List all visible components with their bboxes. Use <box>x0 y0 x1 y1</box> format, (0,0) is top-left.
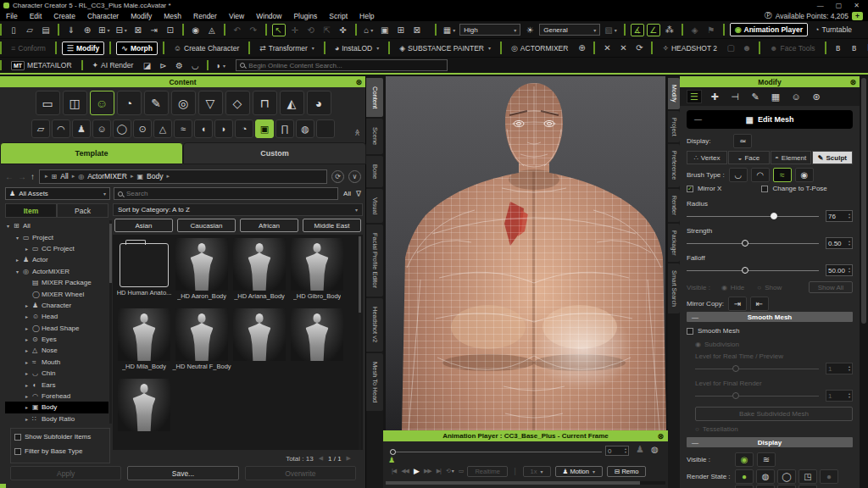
breadcrumb-body[interactable]: Body <box>147 172 163 180</box>
panel-tab-headshot-v2[interactable]: Headshot v2 <box>366 298 383 351</box>
render-state-on-icon[interactable]: ● <box>735 469 754 484</box>
tree-collapsed-icon[interactable]: ▸ <box>25 416 32 422</box>
ai-video-icon[interactable]: ⊳ <box>156 59 170 72</box>
export-icon[interactable]: ⇥ <box>147 24 161 36</box>
nav-forward-icon[interactable]: → <box>18 172 26 181</box>
tree-expanded-icon[interactable]: ▾ <box>16 235 23 241</box>
thumbnail-hd-gibro-body[interactable]: _HD Gibro_Body <box>290 238 344 300</box>
face-mode-button[interactable]: ◒Face <box>728 151 769 164</box>
sort-select[interactable]: Sort by Category: A to Z ▾ <box>113 203 363 216</box>
value-spinner[interactable]: ▴▾ <box>849 267 850 274</box>
brush-push-icon[interactable]: ◠ <box>751 168 770 182</box>
tree-collapsed-icon[interactable]: ▸ <box>25 347 32 353</box>
render-shaded-icon[interactable]: ◍ <box>756 469 775 484</box>
frame-spinner[interactable]: ▴▾ <box>625 447 626 454</box>
panel-tab-preference[interactable]: Preference <box>668 144 680 186</box>
filter-funnel-icon[interactable]: ∇ <box>356 190 361 198</box>
ai-image-icon[interactable]: ◪ <box>140 59 153 72</box>
value-spinner[interactable]: ▴▾ <box>849 392 850 399</box>
breadcrumb-all[interactable]: All <box>60 172 68 180</box>
tpose-checkbox[interactable] <box>761 186 768 192</box>
hide-radio[interactable]: ◉Hide <box>721 284 744 291</box>
collapse-categories-icon[interactable]: ≪ <box>353 129 360 136</box>
tessellation-radio[interactable]: ○Tessellation <box>695 425 738 433</box>
lighting-icon[interactable]: ☀ <box>523 24 537 36</box>
sub-blank-tile[interactable] <box>316 119 335 138</box>
content-close-icon[interactable]: ⊗ <box>355 78 362 86</box>
cat-furniture-icon[interactable]: ⊓ <box>253 91 277 115</box>
falloff-slider[interactable]: Falloff 50.00▴▾ <box>687 254 853 280</box>
sub-nose-icon[interactable]: △ <box>153 119 172 138</box>
tab-item[interactable]: Item <box>5 203 57 218</box>
cat-makeup-icon[interactable]: ✎ <box>144 91 169 115</box>
tree-item-eyes[interactable]: ▸⊙Eyes <box>5 334 108 345</box>
tree-collapsed-icon[interactable]: ▸ <box>25 302 32 308</box>
ai-render-button[interactable]: ✦AI Render <box>88 58 138 72</box>
content-store-icon[interactable]: ◉ <box>189 24 203 36</box>
save-icon[interactable]: ▤ <box>39 24 53 36</box>
motion-sphere-icon[interactable]: ◍ <box>651 445 659 454</box>
cat-cloth-icon[interactable]: ▽ <box>198 91 223 115</box>
edit-motion-icon[interactable]: ✕ <box>616 42 630 54</box>
thumbnail-hd-neutral-f-body[interactable]: _HD Neutral F_Body <box>175 308 229 370</box>
cat-actor-icon[interactable]: ◫ <box>63 91 87 115</box>
maximize-button[interactable]: ▢ <box>836 2 843 9</box>
thumbnail-hidden-7[interactable] <box>290 308 344 370</box>
refresh-icon[interactable]: ⟳ <box>331 170 344 183</box>
frame-selected-icon[interactable]: ⊞ <box>394 24 408 36</box>
angle-free-icon[interactable]: ∠ <box>647 24 660 36</box>
assets-filter-select[interactable]: ♟ All Assets ▾ <box>5 187 110 200</box>
value-spinner[interactable]: ▴▾ <box>849 365 850 372</box>
strength-slider[interactable]: Strength 0.50▴▾ <box>687 227 853 252</box>
render-wireframe-icon[interactable]: ◯ <box>777 469 796 484</box>
tree-item-chin[interactable]: ▸◡Chin <box>5 368 108 379</box>
menu-create[interactable]: Create <box>47 12 81 20</box>
menu-render[interactable]: Render <box>187 12 223 20</box>
tree-collapsed-icon[interactable]: ▸ <box>25 246 32 252</box>
radius-slider[interactable]: Radius 76▴▾ <box>687 200 853 225</box>
close-button[interactable]: ✕ <box>854 2 860 9</box>
search-scope-all[interactable]: All <box>342 190 353 197</box>
tab-custom[interactable]: Custom <box>183 142 366 164</box>
vertex-mode-button[interactable]: ∴Vertex <box>687 151 727 164</box>
content-search[interactable] <box>114 187 338 200</box>
sculpt-mode-button[interactable]: ✎Sculpt <box>812 151 853 164</box>
transformer-button[interactable]: ⇄Transformer▾ <box>255 42 319 55</box>
quality-select[interactable]: High▾ <box>459 24 520 36</box>
crowd-icon[interactable]: ⁂ <box>663 24 676 36</box>
tree-item-head-shape[interactable]: ▸◯Head Shape <box>5 323 108 334</box>
render-off-icon[interactable]: ● <box>820 469 838 484</box>
menu-mesh[interactable]: Mesh <box>158 12 187 20</box>
tree-item-body-ratio[interactable]: ▸∷Body Ratio <box>5 413 108 424</box>
tree-item-mouth[interactable]: ▸≈Mouth <box>5 357 108 368</box>
slider-knob[interactable] <box>732 392 739 399</box>
cat-stage-icon[interactable]: ◭ <box>280 91 304 115</box>
modify-spring-icon[interactable]: ⊣ <box>727 90 743 103</box>
bake-subdivided-button[interactable]: Bake Subdivided Mesh <box>695 407 853 421</box>
tree-item-body[interactable]: ▸▣Body <box>5 402 108 413</box>
panel-scrollbar[interactable] <box>860 76 868 488</box>
menu-view[interactable]: View <box>223 12 250 20</box>
value-spinner[interactable]: ▴▾ <box>849 240 850 247</box>
metatailor-button[interactable]: MTMETATAILOR <box>7 58 76 72</box>
frame-all-icon[interactable]: ⊠ <box>410 24 424 36</box>
element-mode-button[interactable]: ◓Element <box>771 151 811 164</box>
subdivision-radio[interactable]: ◉Subdivision <box>695 341 739 348</box>
grid-scrollbar[interactable] <box>359 235 361 450</box>
import-obj-icon[interactable]: ⊞▾ <box>97 24 111 36</box>
filter-base-type-checkbox[interactable]: Filter by Base Type <box>14 447 106 455</box>
panel-tab-smart-search[interactable]: Smart Search <box>668 263 680 313</box>
import-fbx-icon[interactable]: ⊟▾ <box>114 24 128 36</box>
substance-painter-button[interactable]: ◈SUBSTANCE PAINTER▾ <box>395 42 495 55</box>
menu-script[interactable]: Script <box>323 12 353 20</box>
show-subfolder-checkbox[interactable]: Show Subfolder Items <box>14 433 106 441</box>
overwrite-button[interactable]: Overwrite <box>245 466 356 480</box>
tab-pack[interactable]: Pack <box>57 203 108 218</box>
sub-body-icon[interactable]: ▣ <box>255 119 274 138</box>
panel-tab-modify[interactable]: Modify <box>668 78 680 109</box>
tree-collapsed-icon[interactable]: ▸ <box>25 382 32 388</box>
cat-accessory-icon[interactable]: ◇ <box>225 91 250 115</box>
subdivision-final-slider[interactable]: Level for Final Render 1▴▾ <box>695 380 853 405</box>
timeline-slider[interactable] <box>390 447 602 456</box>
tree-item-forehead[interactable]: ▸◠Forehead <box>5 391 108 402</box>
